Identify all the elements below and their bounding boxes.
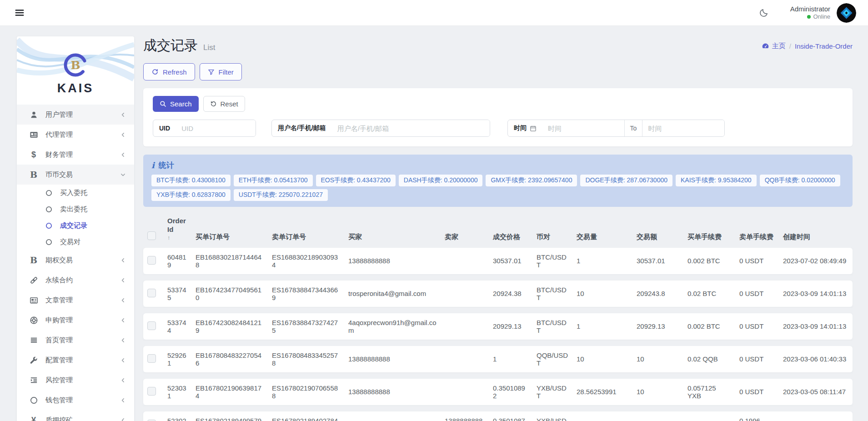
sidebar-item-trade-pairs[interactable]: 交易对 — [17, 234, 134, 250]
column-price[interactable]: 成交价格 — [489, 215, 532, 241]
column-created-at[interactable]: 创建时间 — [779, 215, 853, 241]
row-checkbox[interactable] — [147, 321, 156, 330]
chevron-left-icon — [120, 297, 126, 303]
hamburger-menu-icon[interactable] — [12, 5, 27, 20]
table-row[interactable]: 533744 EB1674230824841219 ES167838847327… — [143, 313, 853, 340]
sidebar-item-risk-mgmt[interactable]: 风控管理 — [17, 370, 134, 390]
info-icon: i — [151, 160, 155, 170]
column-buy-order-no[interactable]: 买单订单号 — [191, 215, 268, 241]
sidebar-item-agent-mgmt[interactable]: 代理管理 — [17, 125, 134, 145]
stat-pill: GMX手续费: 2392.09657400 — [486, 175, 577, 186]
filter-button[interactable]: Filter — [200, 63, 242, 80]
cell-created-at: 2023-07-02 08:49:49 — [779, 248, 853, 274]
select-all-checkbox[interactable] — [147, 231, 156, 240]
cell-buyer: trosperonita4@gmail.com — [344, 281, 441, 307]
dark-mode-toggle-moon-icon[interactable] — [756, 5, 772, 21]
sidebar-item-sell-orders[interactable]: 卖出委托 — [17, 201, 134, 217]
sidebar-item-article-mgmt[interactable]: 文章管理 — [17, 290, 134, 310]
cell-buy-order-no: ES1678021894995797 — [191, 411, 268, 421]
stat-pill: BTC手续费: 0.43008100 — [151, 175, 231, 186]
cell-pair: BTC/USDT — [532, 248, 572, 274]
row-checkbox[interactable] — [147, 289, 156, 297]
cell-buy-order-no: EB1688302187144648 — [191, 248, 268, 274]
table-row[interactable]: 604819 EB1688302187144648 ES168830218903… — [143, 248, 853, 274]
cell-volume: 28.56253991 — [572, 379, 632, 405]
column-amount[interactable]: 交易额 — [632, 215, 683, 241]
column-order-id[interactable]: Order Id ↑ — [163, 215, 191, 241]
breadcrumb-current-link[interactable]: Inside-Trade-Order — [795, 42, 853, 50]
stat-pill: KAIS手续费: 9.95384200 — [676, 175, 757, 186]
cell-sell-order-no: ES1678084833452578 — [268, 346, 344, 372]
cell-order-id: 523029 — [163, 411, 191, 421]
cell-volume: 10 — [572, 281, 632, 307]
cell-sell-order-no: ES1678388473443669 — [268, 281, 344, 307]
cell-seller: 13888888888 — [441, 411, 489, 421]
cell-order-id: 533744 — [163, 313, 191, 340]
cell-buy-order-no: EB1674230824841219 — [191, 313, 268, 340]
id-card-icon — [29, 130, 39, 139]
user-status: Online — [790, 13, 830, 20]
column-volume[interactable]: 交易量 — [572, 215, 632, 241]
time-to-input[interactable] — [642, 120, 724, 136]
cell-amount: 10 — [632, 346, 683, 372]
row-checkbox[interactable] — [147, 387, 156, 396]
sidebar-item-coin-trade[interactable]: B 币币交易 — [17, 165, 134, 185]
column-pair[interactable]: 币对 — [532, 215, 572, 241]
column-buyer[interactable]: 买家 — [344, 215, 441, 241]
column-sell-order-no[interactable]: 卖单订单号 — [268, 215, 344, 241]
username-input[interactable] — [332, 120, 490, 136]
cell-seller — [441, 379, 489, 405]
sidebar-item-perpetual-contract[interactable]: 永续合约 — [17, 270, 134, 290]
sidebar-item-buy-orders[interactable]: 买入委托 — [17, 185, 134, 201]
brand-name: KAIS — [17, 81, 134, 95]
chevron-left-icon — [120, 112, 126, 118]
reset-button[interactable]: Reset — [203, 96, 245, 112]
cell-created-at: 2023-03-09 14:01:13 — [779, 281, 853, 307]
search-icon — [160, 100, 166, 107]
sidebar-item-config-mgmt[interactable]: 配置管理 — [17, 350, 134, 370]
column-sell-fee[interactable]: 卖单手续费 — [735, 215, 779, 241]
sidebar-item-trade-records[interactable]: 成交记录 — [17, 217, 134, 234]
row-checkbox[interactable] — [147, 354, 156, 363]
sidebar-item-wallet-mgmt[interactable]: 钱包管理 — [17, 390, 134, 410]
search-card: Search Reset UID 用户名/手机/邮箱 时间 — [143, 88, 853, 146]
refresh-button[interactable]: Refresh — [143, 63, 195, 80]
uid-input[interactable] — [176, 120, 256, 136]
chevron-left-icon — [120, 397, 126, 403]
cell-sell-fee: 0.1996 USDT — [735, 411, 779, 421]
sidebar-item-finance-mgmt[interactable]: $ 财务管理 — [17, 145, 134, 165]
column-seller[interactable]: 卖家 — [441, 215, 489, 241]
time-from-input[interactable] — [542, 120, 624, 136]
sidebar-menu: 用户管理 代理管理 $ 财务管理 B 币币交易 — [17, 105, 134, 421]
table-row[interactable]: 523029 ES1678021894995797 ES167802189402… — [143, 411, 853, 421]
cell-buyer: 13888888888 — [344, 248, 441, 274]
time-label: 时间 — [508, 120, 542, 136]
avatar[interactable] — [837, 3, 856, 23]
sidebar-item-homepage-mgmt[interactable]: 首页管理 — [17, 330, 134, 350]
stats-panel: i 统计 BTC手续费: 0.43008100 ETH手续费: 0.054137… — [143, 155, 853, 207]
sidebar-item-subscription-mgmt[interactable]: 申购管理 — [17, 310, 134, 330]
sidebar-item-options-trade[interactable]: B 期权交易 — [17, 250, 134, 270]
cell-seller — [441, 346, 489, 372]
breadcrumb-home-link[interactable]: 主页 — [762, 42, 786, 50]
sidebar-item-staking-mining[interactable]: ¥ 质押挖矿 — [17, 410, 134, 421]
cell-buyer: 4aqoxprecwon91h@gmail.com — [344, 313, 441, 340]
table-row[interactable]: 523031 EB1678021906398174 ES167802190706… — [143, 379, 853, 405]
stats-title: i 统计 — [151, 160, 844, 170]
sidebar-item-user-mgmt[interactable]: 用户管理 — [17, 105, 134, 125]
user-menu[interactable]: Administrator Online — [790, 5, 830, 21]
column-buy-fee[interactable]: 买单手续费 — [683, 215, 735, 241]
page-head: 成交记录 List 主页 / Inside-Trade-Order — [143, 36, 853, 55]
search-button[interactable]: Search — [153, 96, 199, 112]
cell-volume: 10 — [572, 346, 632, 372]
orders-table: Order Id ↑ 买单订单号 卖单订单号 买家 卖家 成交价格 币对 交易量… — [143, 209, 853, 421]
cell-price: 0.35010873 — [489, 411, 532, 421]
stat-pill: EOS手续费: 0.43437200 — [316, 175, 396, 186]
table-row[interactable]: 533745 EB1674234770495610 ES167838847344… — [143, 281, 853, 307]
cell-sell-fee: 0 USDT — [735, 313, 779, 340]
cell-sell-order-no: ES1678388473274275 — [268, 313, 344, 340]
cell-buy-fee: 0.057125 YXB — [683, 379, 735, 405]
row-checkbox[interactable] — [147, 256, 156, 265]
cell-pair: BTC/USDT — [532, 313, 572, 340]
table-row[interactable]: 529261 EB1678084832270546 ES167808483345… — [143, 346, 853, 372]
